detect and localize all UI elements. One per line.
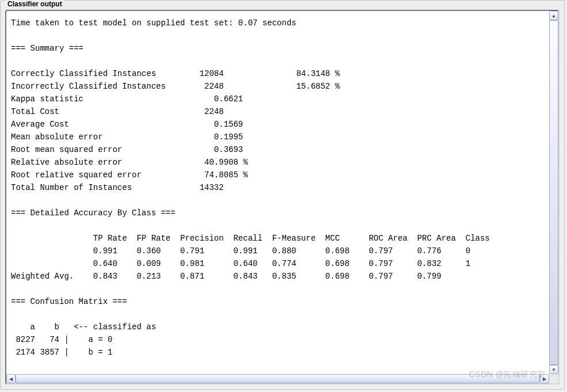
- scroll-corner: [549, 374, 558, 383]
- scroll-left-button[interactable]: ◀: [6, 374, 16, 383]
- output-viewport[interactable]: Time taken to test model on supplied tes…: [6, 11, 549, 383]
- horizontal-scroll-thumb[interactable]: [16, 374, 540, 383]
- horizontal-scrollbar[interactable]: ◀ ▶: [6, 374, 549, 383]
- panel-title: Classifier output: [5, 0, 64, 8]
- output-frame: Time taken to test model on supplied tes…: [5, 10, 560, 385]
- horizontal-scroll-track[interactable]: [16, 374, 540, 383]
- vertical-scroll-thumb[interactable]: [549, 20, 558, 365]
- scroll-up-button[interactable]: ▲: [549, 11, 558, 20]
- scroll-down-button[interactable]: ▼: [549, 365, 558, 374]
- scroll-right-button[interactable]: ▶: [540, 374, 549, 383]
- classifier-output-text[interactable]: Time taken to test model on supplied tes…: [11, 17, 545, 359]
- vertical-scrollbar[interactable]: ▲ ▼: [549, 11, 558, 374]
- vertical-scroll-track[interactable]: [549, 20, 558, 365]
- classifier-output-panel: Classifier output Time taken to test mod…: [0, 0, 565, 390]
